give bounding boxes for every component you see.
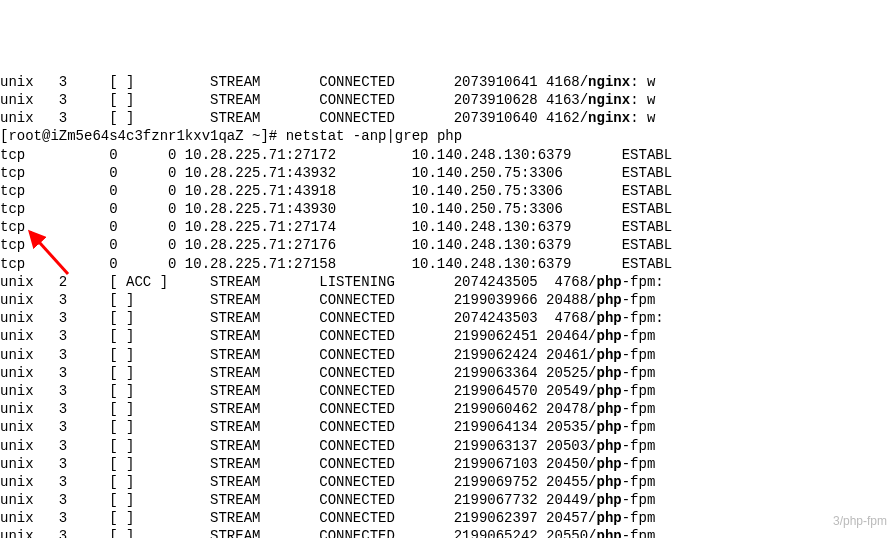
netstat-row: tcp 0 0 10.28.225.71:27176 10.140.248.13…: [0, 236, 895, 254]
netstat-row: tcp 0 0 10.28.225.71:27172 10.140.248.13…: [0, 146, 895, 164]
netstat-row: unix 3 [ ] STREAM CONNECTED 2199067103 2…: [0, 455, 895, 473]
netstat-row: unix 3 [ ] STREAM CONNECTED 2073910628 4…: [0, 91, 895, 109]
netstat-row: tcp 0 0 10.28.225.71:43930 10.140.250.75…: [0, 200, 895, 218]
netstat-row: unix 3 [ ] STREAM CONNECTED 2199063137 2…: [0, 437, 895, 455]
netstat-row: unix 2 [ ACC ] STREAM LISTENING 20742435…: [0, 273, 895, 291]
netstat-row: unix 3 [ ] STREAM CONNECTED 2074243503 4…: [0, 309, 895, 327]
shell-command: netstat -anp|grep php: [286, 128, 462, 144]
watermark-text: 3/php-fpm: [833, 514, 887, 530]
netstat-row: unix 3 [ ] STREAM CONNECTED 2199064570 2…: [0, 382, 895, 400]
netstat-row: unix 3 [ ] STREAM CONNECTED 2199063364 2…: [0, 364, 895, 382]
netstat-row: unix 3 [ ] STREAM CONNECTED 2199062451 2…: [0, 327, 895, 345]
netstat-row: tcp 0 0 10.28.225.71:27174 10.140.248.13…: [0, 218, 895, 236]
netstat-row: tcp 0 0 10.28.225.71:43918 10.140.250.75…: [0, 182, 895, 200]
netstat-row: unix 3 [ ] STREAM CONNECTED 2199060462 2…: [0, 400, 895, 418]
netstat-row: tcp 0 0 10.28.225.71:27158 10.140.248.13…: [0, 255, 895, 273]
netstat-row: unix 3 [ ] STREAM CONNECTED 2199069752 2…: [0, 473, 895, 491]
netstat-row: unix 3 [ ] STREAM CONNECTED 2199062424 2…: [0, 346, 895, 364]
netstat-row: tcp 0 0 10.28.225.71:43932 10.140.250.75…: [0, 164, 895, 182]
netstat-row: unix 3 [ ] STREAM CONNECTED 2199065242 2…: [0, 527, 895, 538]
shell-prompt: [root@iZm5e64s4c3fznr1kxv1qaZ ~]#: [0, 128, 286, 144]
netstat-row: unix 3 [ ] STREAM CONNECTED 2073910641 4…: [0, 73, 895, 91]
netstat-row: unix 3 [ ] STREAM CONNECTED 2199039966 2…: [0, 291, 895, 309]
netstat-row: unix 3 [ ] STREAM CONNECTED 2199064134 2…: [0, 418, 895, 436]
shell-prompt-line[interactable]: [root@iZm5e64s4c3fznr1kxv1qaZ ~]# netsta…: [0, 127, 895, 145]
terminal-output[interactable]: unix 3 [ ] STREAM CONNECTED 2073910641 4…: [0, 73, 895, 538]
netstat-row: unix 3 [ ] STREAM CONNECTED 2199062397 2…: [0, 509, 895, 527]
netstat-row: unix 3 [ ] STREAM CONNECTED 2073910640 4…: [0, 109, 895, 127]
netstat-row: unix 3 [ ] STREAM CONNECTED 2199067732 2…: [0, 491, 895, 509]
